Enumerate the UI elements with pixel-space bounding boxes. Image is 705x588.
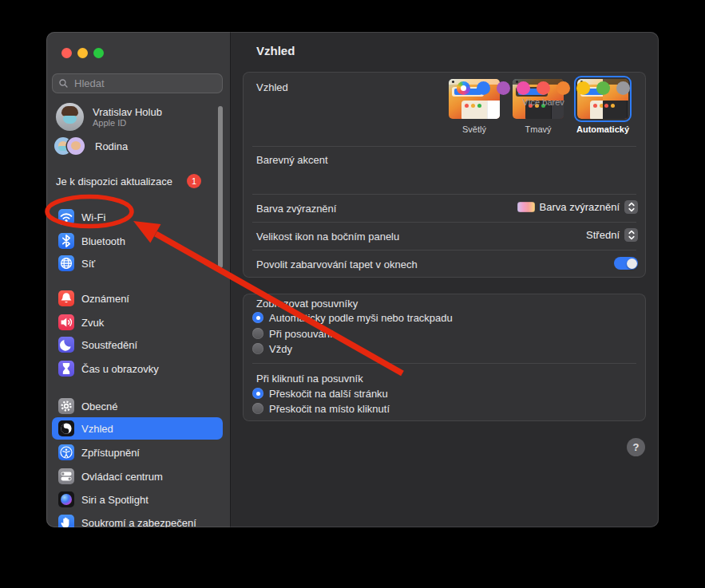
search-input[interactable] <box>73 77 216 90</box>
system-settings-window: Vratislav Holub Apple ID Rodina Je k dis… <box>46 32 659 527</box>
main-pane: Vzhled Vzhled Světlý <box>231 32 659 527</box>
click-scrollbar-label: Při kliknutí na posuvník <box>256 373 363 385</box>
radio-scrollbars-when-scrolling[interactable] <box>252 328 263 339</box>
sidebar-item-privacy[interactable]: Soukromí a zabezpečení <box>52 511 223 527</box>
divider <box>252 250 636 251</box>
radio-jump-next-page[interactable] <box>252 388 263 399</box>
sidebar-item-general[interactable]: Obecné <box>52 395 223 417</box>
family-label: Rodina <box>95 140 128 152</box>
sidebar-item-notifications[interactable]: Oznámení <box>52 287 223 310</box>
sidebar-item-appearance[interactable]: Vzhled <box>52 417 223 440</box>
profile-name: Vratislav Holub <box>93 106 162 118</box>
accessibility-icon <box>58 444 74 460</box>
divider <box>252 363 636 364</box>
globe-icon <box>58 255 74 271</box>
accent-dot-orange[interactable] <box>556 81 570 95</box>
accent-label: Barevný akcent <box>256 154 328 166</box>
highlight-color-dropdown[interactable]: Barva zvýraznění <box>517 200 638 214</box>
sidebar: Vratislav Holub Apple ID Rodina Je k dis… <box>46 32 231 527</box>
sidebar-item-sound[interactable]: Zvuk <box>52 311 223 333</box>
page-title: Vzhled <box>256 44 295 57</box>
accent-color-dots <box>457 81 630 95</box>
appearance-label: Vzhled <box>256 81 288 93</box>
wifi-icon <box>58 209 74 225</box>
update-available-row[interactable]: Je k dispozici aktualizace 1 <box>56 174 220 188</box>
accent-dot-purple[interactable] <box>497 81 510 95</box>
theme-label-auto: Automatický <box>563 124 643 134</box>
radio-scrollbars-auto[interactable] <box>252 312 263 323</box>
apple-id-row[interactable]: Vratislav Holub Apple ID <box>56 103 162 131</box>
accent-dot-gray[interactable] <box>616 81 630 95</box>
accent-dot-red[interactable] <box>537 81 550 95</box>
update-badge: 1 <box>187 174 201 188</box>
siri-icon <box>58 491 74 507</box>
sidebar-item-network[interactable]: Síť <box>52 252 223 274</box>
search-icon <box>58 78 69 89</box>
highlight-color-label: Barva zvýraznění <box>256 203 336 215</box>
highlight-color-swatch <box>517 202 535 212</box>
help-button[interactable]: ? <box>627 438 645 456</box>
accent-dot-multicolor[interactable] <box>457 81 470 95</box>
icon-size-dropdown[interactable]: Střední <box>586 228 638 242</box>
sidebar-scrollbar[interactable] <box>218 106 223 268</box>
divider <box>252 146 636 147</box>
divider <box>252 194 636 195</box>
divider <box>252 222 636 223</box>
sidebar-item-focus[interactable]: Soustředění <box>52 333 223 356</box>
radio-scrollbars-always[interactable] <box>252 343 263 354</box>
screenshot-stage: Vratislav Holub Apple ID Rodina Je k dis… <box>0 0 705 588</box>
accent-dot-blue[interactable] <box>477 81 490 95</box>
traffic-lights <box>61 48 104 58</box>
sidebar-item-bluetooth[interactable]: Bluetooth <box>52 230 223 252</box>
accent-dot-green[interactable] <box>596 81 610 95</box>
sidebar-item-wifi[interactable]: Wi-Fi <box>52 206 223 228</box>
family-row[interactable]: Rodina <box>54 137 128 155</box>
minimize-button[interactable] <box>77 48 88 58</box>
family-avatar-2 <box>67 137 85 155</box>
hand-icon <box>58 515 74 527</box>
stepper-icon[interactable] <box>624 228 638 242</box>
radio-jump-to-spot[interactable] <box>252 403 263 414</box>
wallpaper-tint-label: Povolit zabarvování tapet v oknech <box>256 258 418 270</box>
zoom-button[interactable] <box>93 48 104 58</box>
more-colors-label: Více barev <box>457 97 630 107</box>
scrollbars-card: Zobrazovat posuvníky Automaticky podle m… <box>243 294 646 421</box>
sidebar-item-screen-time[interactable]: Čas u obrazovky <box>52 357 223 380</box>
show-scrollbars-label: Zobrazovat posuvníky <box>256 298 358 310</box>
accent-dot-pink[interactable] <box>517 81 530 95</box>
gear-icon <box>58 398 74 414</box>
sidebar-item-siri[interactable]: Siri a Spotlight <box>52 488 223 511</box>
sidebar-item-accessibility[interactable]: Zpřístupnění <box>52 441 223 464</box>
speaker-icon <box>58 314 74 330</box>
icon-size-label: Velikost ikon na bočním panelu <box>256 231 399 243</box>
update-label: Je k dispozici aktualizace <box>56 176 172 187</box>
accent-dot-yellow[interactable] <box>576 81 590 95</box>
wallpaper-tint-toggle[interactable] <box>614 257 638 270</box>
search-field[interactable] <box>52 73 223 93</box>
profile-subtitle: Apple ID <box>93 118 162 128</box>
avatar <box>56 103 84 131</box>
appearance-icon <box>58 420 74 436</box>
bluetooth-icon <box>58 233 74 249</box>
close-button[interactable] <box>61 48 72 58</box>
appearance-card: Vzhled Světlý Tmavý <box>243 72 646 278</box>
sidebar-item-control-center[interactable]: Ovládací centrum <box>52 465 223 487</box>
control-center-icon <box>58 468 74 484</box>
stepper-icon[interactable] <box>624 200 638 214</box>
hourglass-icon <box>58 361 74 377</box>
bell-icon <box>58 290 74 306</box>
moon-icon <box>58 337 74 353</box>
